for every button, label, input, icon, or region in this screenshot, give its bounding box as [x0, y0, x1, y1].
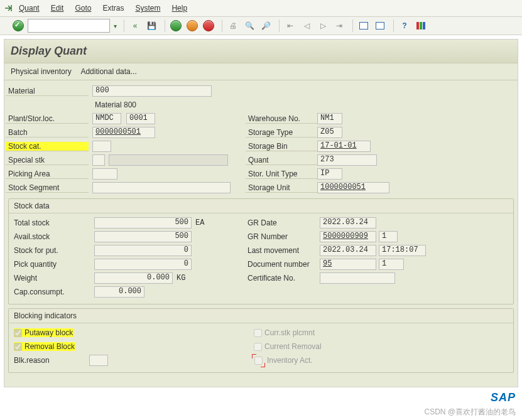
- footer: SAP: [0, 387, 522, 407]
- first-page-icon: ⇤: [283, 19, 297, 33]
- field-pickarea[interactable]: [92, 168, 117, 180]
- field-sloc[interactable]: 0001: [126, 113, 155, 124]
- field-blkreason[interactable]: [89, 355, 108, 366]
- field-grnum[interactable]: 5000000909: [320, 231, 376, 242]
- focus-marker-icon: [254, 356, 263, 365]
- field-grdate[interactable]: 2022.03.24: [320, 217, 376, 229]
- chk-invact: [254, 357, 263, 365]
- command-dropdown[interactable]: ▾: [110, 23, 120, 30]
- field-forput[interactable]: 0: [94, 245, 192, 256]
- field-cap[interactable]: 0.000: [94, 286, 144, 298]
- menu-help[interactable]: Help: [171, 4, 187, 13]
- print-icon: 🖨: [226, 19, 240, 33]
- page-title: Display Quant: [11, 45, 511, 58]
- unit-total: EA: [192, 218, 204, 227]
- field-doc-item[interactable]: 1: [379, 259, 404, 270]
- menu-edit[interactable]: Edit: [51, 4, 64, 13]
- field-sutype[interactable]: IP: [317, 168, 342, 180]
- field-segment[interactable]: [92, 182, 231, 193]
- exit-button[interactable]: [185, 19, 199, 33]
- label-forput: Stock for put.: [11, 246, 94, 256]
- field-lastmv-time[interactable]: 17:18:07: [379, 245, 426, 256]
- svg-rect-0: [416, 22, 419, 30]
- last-page-icon: ⇥: [332, 19, 346, 33]
- label-weight: Weight: [11, 274, 94, 283]
- command-input[interactable]: [28, 19, 110, 33]
- chk-removal-block[interactable]: [14, 343, 22, 351]
- new-session-icon[interactable]: [357, 19, 371, 33]
- label-grnum: GR Number: [245, 232, 320, 242]
- sap-logo: SAP: [491, 391, 516, 404]
- menu-extras[interactable]: Extras: [102, 4, 124, 13]
- separator: [222, 19, 222, 32]
- group-stockdata: Stock data Total stock 500 EA Avail.stoc…: [8, 198, 514, 304]
- btn-physical-inventory[interactable]: Physical inventory: [11, 67, 72, 76]
- separator: [165, 19, 165, 32]
- group-blocking: Blocking indicators Putaway block Remova…: [8, 308, 514, 373]
- label-avail: Avail.stock: [11, 232, 94, 242]
- back-chevrons-icon[interactable]: «: [128, 19, 142, 33]
- field-avail[interactable]: 500: [94, 231, 192, 242]
- field-special[interactable]: [92, 154, 105, 166]
- menu-quant[interactable]: Quant: [19, 4, 40, 13]
- label-putaway-block: Putaway block: [24, 328, 73, 337]
- label-whs: Warehouse No.: [246, 114, 317, 124]
- field-weight[interactable]: 0.000: [94, 272, 173, 284]
- field-sbin[interactable]: 17-01-01: [317, 141, 371, 152]
- chk-putaway-block[interactable]: [14, 329, 22, 337]
- save-icon: 💾: [144, 19, 158, 33]
- field-doc[interactable]: 95: [320, 259, 376, 270]
- label-curremoval: Current Removal: [264, 342, 322, 351]
- field-cert[interactable]: [320, 272, 395, 284]
- field-material-desc: Material 800: [92, 100, 136, 109]
- menubar: Quant Edit Goto Extras System Help: [0, 0, 522, 17]
- customize-icon[interactable]: [414, 19, 428, 33]
- label-curstk: Curr.stk plcmnt: [264, 328, 315, 337]
- field-quant[interactable]: 273: [317, 154, 377, 166]
- group-blocking-title: Blocking indicators: [9, 309, 513, 323]
- label-pickarea: Picking Area: [6, 170, 89, 179]
- field-lastmv-date[interactable]: 2022.03.24: [320, 245, 376, 256]
- field-whs[interactable]: NM1: [317, 113, 342, 124]
- separator: [279, 19, 280, 32]
- field-grnum-item[interactable]: 1: [379, 231, 398, 242]
- field-styp[interactable]: Z05: [317, 127, 342, 138]
- menu-app-icon[interactable]: [4, 3, 14, 13]
- menu-goto[interactable]: Goto: [75, 4, 91, 13]
- title-band: Display Quant: [4, 40, 518, 63]
- field-material[interactable]: 800: [92, 85, 212, 97]
- svg-rect-1: [420, 22, 422, 30]
- back-button[interactable]: [169, 19, 183, 33]
- label-invact: Inventory Act.: [267, 356, 313, 365]
- label-plant: Plant/Stor.loc.: [6, 114, 89, 124]
- field-stockcat[interactable]: [92, 141, 111, 152]
- layout-icon[interactable]: [373, 19, 387, 33]
- field-total[interactable]: 500: [94, 217, 192, 229]
- label-grdate: GR Date: [245, 218, 320, 228]
- separator: [124, 19, 124, 32]
- unit-weight: KG: [173, 274, 185, 283]
- field-plant[interactable]: NMDC: [92, 113, 121, 124]
- btn-additional-data[interactable]: Additional data...: [80, 67, 136, 76]
- cancel-button[interactable]: [202, 19, 215, 33]
- field-batch[interactable]: 0000000501: [92, 127, 155, 138]
- label-blkreason: Blk.reason: [11, 356, 89, 365]
- separator: [393, 19, 394, 32]
- app-toolbar: Physical inventory Additional data...: [4, 63, 518, 80]
- enter-button[interactable]: [11, 19, 25, 33]
- help-icon[interactable]: ?: [398, 19, 411, 33]
- toolbar: ▾ « 💾 🖨 🔍 🔎 ⇤ ◁ ▷ ⇥ ?: [0, 17, 522, 35]
- chk-curstk: [254, 329, 262, 337]
- field-pickq[interactable]: 0: [94, 259, 192, 270]
- prev-page-icon: ◁: [300, 19, 313, 33]
- label-pickq: Pick quantity: [11, 260, 94, 269]
- label-stockcat: Stock cat.: [6, 142, 89, 151]
- label-sunit: Storage Unit: [246, 183, 317, 193]
- menu-system[interactable]: System: [135, 4, 160, 13]
- field-sunit[interactable]: 1000000051: [317, 182, 389, 193]
- field-special-partner[interactable]: [109, 154, 228, 166]
- svg-rect-2: [423, 22, 425, 30]
- label-material: Material: [6, 87, 89, 96]
- label-special: Special stk: [6, 156, 89, 165]
- header-form: Material 800 Material 800 Plant/Stor.loc…: [4, 80, 518, 374]
